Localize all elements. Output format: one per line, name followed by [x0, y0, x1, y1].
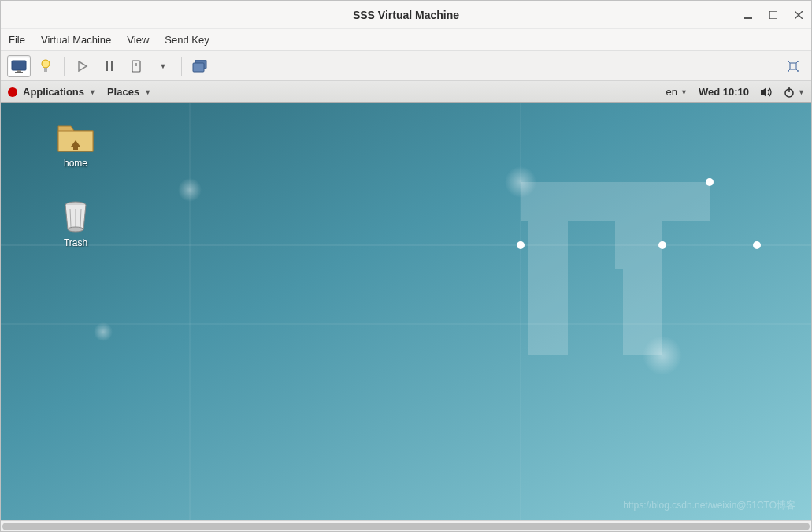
guest-status-area: en ▼ Wed 10:10 ▼: [666, 86, 805, 98]
play-icon: [77, 61, 88, 72]
menu-send-key[interactable]: Send Key: [165, 34, 209, 46]
shutdown-button[interactable]: [124, 55, 148, 77]
svg-point-7: [42, 60, 50, 68]
folder-icon: [57, 123, 95, 153]
trash-label: Trash: [48, 237, 103, 248]
chevron-down-icon: ▼: [798, 88, 805, 96]
close-button[interactable]: [792, 9, 805, 21]
watermark: https://blog.csdn.net/weixin@51CTO博客: [623, 499, 795, 512]
separator: [64, 57, 65, 76]
menu-file[interactable]: File: [9, 34, 25, 46]
svg-point-41: [94, 322, 113, 341]
places-menu[interactable]: Places ▼: [107, 86, 151, 98]
shutdown-box-icon: [131, 60, 142, 73]
wallpaper: [1, 103, 811, 520]
minimize-icon: [744, 11, 752, 19]
svg-point-40: [178, 178, 202, 202]
svg-rect-8: [44, 68, 47, 72]
pause-icon: [105, 61, 114, 72]
svg-rect-16: [790, 63, 796, 69]
trash-bin-icon: [57, 199, 95, 233]
places-label: Places: [107, 86, 139, 98]
svg-rect-0: [744, 17, 752, 19]
svg-point-37: [517, 241, 525, 249]
home-folder-icon[interactable]: home: [48, 123, 103, 169]
titlebar: SSS Virtual Machine: [1, 1, 811, 29]
svg-point-39: [753, 241, 761, 249]
console-button[interactable]: [7, 55, 31, 77]
guest-topbar: Applications ▼ Places ▼ en ▼ Wed 10:10 ▼: [1, 81, 811, 103]
guest-desktop[interactable]: home Trash https://blog.csdn.net/weixin@…: [1, 103, 811, 520]
svg-point-21: [788, 61, 789, 62]
svg-point-38: [658, 241, 666, 249]
chevron-down-icon: ▼: [89, 88, 96, 96]
applications-label: Applications: [23, 86, 84, 98]
svg-point-25: [8, 87, 17, 97]
menubar: File Virtual Machine View Send Key: [1, 29, 811, 51]
snapshots-button[interactable]: [188, 55, 212, 77]
horizontal-scrollbar[interactable]: [1, 520, 811, 531]
window-controls: [742, 9, 805, 21]
fullscreen-button[interactable]: [781, 55, 805, 77]
input-language-indicator[interactable]: en ▼: [666, 86, 688, 98]
chevron-down-icon: ▼: [144, 88, 151, 96]
monitor-icon: [11, 60, 27, 73]
svg-rect-5: [17, 70, 21, 72]
clock-label: Wed 10:10: [699, 86, 749, 98]
svg-rect-11: [111, 61, 113, 71]
toolbar: ▼: [1, 51, 811, 81]
shutdown-menu-button[interactable]: ▼: [151, 55, 175, 77]
svg-rect-10: [106, 61, 108, 71]
separator: [181, 57, 182, 76]
maximize-button[interactable]: [767, 9, 780, 21]
svg-point-35: [505, 166, 536, 198]
details-button[interactable]: [34, 55, 57, 77]
svg-rect-4: [12, 61, 26, 70]
volume-icon: [760, 87, 773, 98]
svg-point-36: [706, 178, 714, 186]
applications-menu[interactable]: Applications ▼: [23, 86, 96, 98]
power-icon: [784, 87, 795, 98]
scrollbar-thumb[interactable]: [2, 523, 810, 530]
trash-icon[interactable]: Trash: [48, 199, 103, 248]
svg-marker-9: [79, 61, 87, 71]
snapshots-icon: [192, 60, 208, 73]
menu-view[interactable]: View: [127, 34, 149, 46]
minimize-button[interactable]: [742, 9, 755, 21]
home-label: home: [48, 158, 103, 169]
lightbulb-icon: [39, 59, 52, 73]
svg-marker-26: [761, 87, 766, 97]
close-icon: [795, 11, 803, 19]
menu-virtual-machine[interactable]: Virtual Machine: [41, 34, 111, 46]
power-menu[interactable]: ▼: [784, 87, 805, 98]
chevron-down-icon: ▼: [680, 88, 688, 96]
svg-point-24: [797, 70, 799, 72]
window-title: SSS Virtual Machine: [353, 9, 459, 21]
vm-viewer-window: SSS Virtual Machine File Virtual Machine…: [0, 0, 812, 532]
svg-rect-1: [769, 11, 777, 19]
svg-rect-29: [1, 103, 811, 520]
maximize-icon: [769, 11, 777, 19]
run-button[interactable]: [71, 55, 95, 77]
svg-point-49: [68, 227, 83, 232]
chevron-down-icon: ▼: [160, 62, 167, 70]
svg-rect-6: [15, 72, 23, 73]
fullscreen-icon: [786, 59, 800, 73]
svg-point-23: [788, 70, 789, 72]
pause-button[interactable]: [98, 55, 121, 77]
volume-indicator[interactable]: [760, 87, 773, 98]
svg-point-22: [797, 61, 799, 62]
svg-rect-15: [193, 63, 204, 72]
language-label: en: [666, 86, 677, 98]
svg-point-42: [643, 336, 682, 375]
redhat-icon: [7, 87, 18, 98]
clock[interactable]: Wed 10:10: [699, 86, 749, 98]
